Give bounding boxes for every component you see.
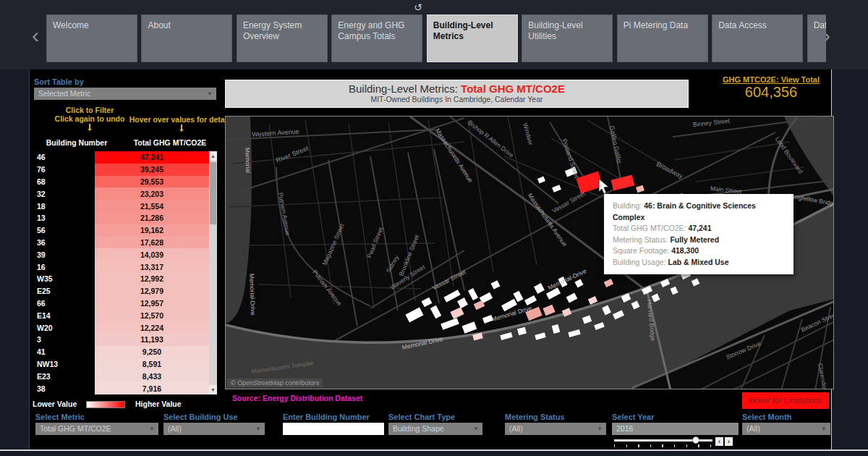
ghg-value-cell[interactable]: 8,433 <box>95 370 209 382</box>
ghg-value-cell[interactable]: 17,628 <box>95 237 209 249</box>
select-month-label: Select Month <box>742 413 791 421</box>
ghg-value-cell[interactable]: 19,162 <box>95 224 209 237</box>
year-prev-icon[interactable]: ‹ <box>715 437 723 446</box>
table-row[interactable]: 16 13,317 <box>33 261 209 273</box>
building-number-cell[interactable]: 38 <box>33 384 95 393</box>
nav-tab[interactable]: Pi Metering Data <box>617 14 708 62</box>
building-number-cell[interactable]: 36 <box>33 238 95 247</box>
building-number-cell[interactable]: 41 <box>33 347 95 356</box>
building-number-cell[interactable]: 68 <box>33 177 95 186</box>
building-number-cell[interactable]: 66 <box>33 299 95 308</box>
building-number-cell[interactable]: E14 <box>33 311 95 320</box>
column-header-building: Building Number <box>33 138 120 147</box>
table-scrollbar[interactable]: ▲ ▼ <box>209 151 217 394</box>
ghg-value-cell[interactable]: 14,039 <box>95 248 209 261</box>
table-row[interactable]: 3 11,193 <box>33 334 209 346</box>
table-row[interactable]: 68 29,553 <box>33 176 209 188</box>
table-row[interactable]: E14 12,570 <box>33 309 209 321</box>
dropdown-caret-icon: ▼ <box>473 423 479 435</box>
nav-tab[interactable]: Building-Level Metrics <box>427 14 518 62</box>
year-next-icon[interactable]: › <box>725 437 733 446</box>
nav-tab[interactable]: Welcome <box>46 14 137 62</box>
nav-tab[interactable]: Data Access <box>712 14 803 62</box>
select-month-dropdown[interactable]: (All)▼ <box>742 423 830 435</box>
ghg-value-cell[interactable]: 29,553 <box>95 176 209 188</box>
building-number-cell[interactable]: 16 <box>33 263 95 271</box>
ghg-value-cell[interactable]: 12,957 <box>95 297 209 310</box>
select-chart-type-dropdown[interactable]: Building Shape▼ <box>388 423 482 435</box>
campus-map[interactable]: Western AvenueRiver StreetMemorialMemori… <box>225 116 834 389</box>
scrollbar-thumb[interactable] <box>210 162 216 224</box>
ghg-value-cell[interactable]: 12,979 <box>95 285 209 297</box>
ghg-value-cell[interactable]: 13,317 <box>95 261 209 273</box>
ghg-value-cell[interactable]: 47,241 <box>95 151 209 164</box>
table-row[interactable]: 13 21,286 <box>33 212 209 224</box>
limitations-button[interactable]: Hover for Limitations <box>742 392 829 409</box>
sort-dropdown[interactable]: Selected Metric ▼ <box>34 88 216 100</box>
slider-thumb[interactable] <box>692 436 699 444</box>
ghg-value-cell[interactable]: 12,570 <box>95 309 209 321</box>
building-number-cell[interactable]: E25 <box>33 287 95 295</box>
table-row[interactable]: W20 12,224 <box>33 321 209 334</box>
ghg-value-cell[interactable]: 9,250 <box>95 346 209 358</box>
table-row[interactable]: 39 14,039 <box>33 248 209 261</box>
view-total-link[interactable]: GHG MTCO2E: View Total <box>710 75 833 84</box>
nav-back-icon[interactable]: ‹ <box>32 25 39 46</box>
building-number-cell[interactable]: 46 <box>33 153 95 161</box>
table-row[interactable]: 18 21,554 <box>33 200 209 212</box>
table-row[interactable]: E23 8,433 <box>33 370 209 382</box>
building-number-cell[interactable]: 32 <box>33 190 95 198</box>
table-row[interactable]: 76 39,245 <box>33 164 209 176</box>
table-row[interactable]: 46 47,241 <box>33 151 209 164</box>
ghg-value-cell[interactable]: 23,203 <box>95 187 209 200</box>
table-row[interactable]: W35 12,992 <box>33 273 209 285</box>
table-row[interactable]: 66 12,957 <box>33 297 209 310</box>
table-row[interactable]: 41 9,250 <box>33 346 209 358</box>
dropdown-caret-icon: ▼ <box>207 88 213 100</box>
ghg-value-cell[interactable]: 12,992 <box>95 273 209 285</box>
scroll-down-icon[interactable]: ▼ <box>209 385 217 394</box>
ghg-value-cell[interactable]: 21,554 <box>95 200 209 212</box>
table-row[interactable]: 32 23,203 <box>33 187 209 200</box>
building-number-cell[interactable]: W35 <box>33 274 95 283</box>
nav-tab-label: Building-Level Utilities <box>528 20 582 41</box>
select-year-box[interactable]: 2016 <box>612 423 739 435</box>
color-legend: Lower Value Higher Value <box>33 400 221 410</box>
building-number-cell[interactable]: E23 <box>33 372 95 381</box>
tooltip-row: Metering Status: Fully Metered <box>613 235 785 246</box>
ghg-total: GHG MTCO2E: View Total 604,356 <box>710 75 833 101</box>
table-row[interactable]: E25 12,979 <box>33 285 209 297</box>
metering-status-dropdown[interactable]: (All)▼ <box>505 423 606 435</box>
building-number-cell[interactable]: 3 <box>33 335 95 344</box>
nav-tab[interactable]: Energy and GHG Campus Totals <box>331 14 422 62</box>
ghg-value-cell[interactable]: 8,591 <box>95 358 209 371</box>
table-row[interactable]: 56 19,162 <box>33 224 209 237</box>
ghg-value-cell[interactable]: 12,224 <box>95 321 209 334</box>
nav-tab[interactable]: About <box>141 14 232 62</box>
refresh-icon[interactable]: ↺ <box>414 1 422 13</box>
top-navbar: ↺ ‹ › Welcome About Energy System Overvi… <box>0 0 868 69</box>
nav-tab[interactable]: Building-Level Utilities <box>522 14 613 62</box>
year-slider[interactable]: ‹ › <box>614 437 737 447</box>
select-metric-dropdown[interactable]: Total GHG MT/CO2E▼ <box>35 423 158 435</box>
building-number-cell[interactable]: 76 <box>33 165 95 174</box>
building-number-cell[interactable]: 56 <box>33 226 95 235</box>
building-number-cell[interactable]: 18 <box>33 202 95 211</box>
table-row[interactable]: 36 17,628 <box>33 237 209 249</box>
nav-tab[interactable]: Data Source Details <box>807 14 826 62</box>
building-number-cell[interactable]: 13 <box>33 214 95 222</box>
nav-tab[interactable]: Energy System Overview <box>237 14 328 62</box>
building-number-cell[interactable]: 39 <box>33 250 95 259</box>
ghg-value-cell[interactable]: 21,286 <box>95 212 209 224</box>
ghg-value-cell[interactable]: 7,916 <box>95 382 209 394</box>
table-row[interactable]: 38 7,916 <box>33 382 209 394</box>
select-building-use-dropdown[interactable]: (All)▼ <box>163 423 265 435</box>
nav-tab-label: Pi Metering Data <box>624 20 688 30</box>
building-number-cell[interactable]: W20 <box>33 324 95 332</box>
ghg-value-cell[interactable]: 11,193 <box>95 334 209 346</box>
scroll-up-icon[interactable]: ▲ <box>209 151 217 161</box>
building-number-input[interactable] <box>283 423 384 435</box>
ghg-value-cell[interactable]: 39,245 <box>95 164 209 176</box>
building-number-cell[interactable]: NW13 <box>33 360 95 368</box>
table-row[interactable]: NW13 8,591 <box>33 358 209 371</box>
